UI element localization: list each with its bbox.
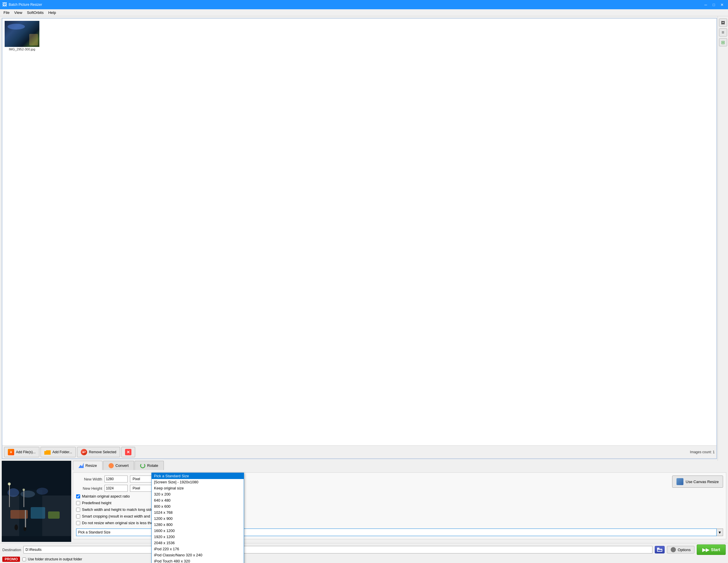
remove-selected-button[interactable]: ↩ Remove Selected [77,447,120,457]
start-label: Start [711,547,720,552]
no-upscale-checkbox[interactable] [76,521,80,525]
height-input[interactable] [104,485,128,492]
close-button[interactable]: ✕ [718,1,726,8]
dropdown-item[interactable]: [Screen Size] - 1920x1080 [152,479,244,485]
grid-view-button[interactable]: ⊞ [719,38,727,46]
content-area: IMG_2952-300.jpg + Add File(s)... Add Fo… [0,16,728,461]
resize-tab-label: Resize [85,463,97,468]
canvas-resize-label: Use Canvas Resize [686,480,719,484]
svg-rect-6 [10,510,28,519]
images-count: Images count: 1 [690,450,715,454]
svg-rect-16 [657,548,659,549]
menu-file[interactable]: File [1,10,12,15]
destination-label: Destination [2,548,21,552]
svg-rect-8 [48,511,60,519]
folder-structure-label[interactable]: Use folder structure in output folder [28,557,82,561]
width-input[interactable] [104,476,128,483]
svg-point-14 [23,527,26,531]
dropdown-item[interactable]: 800 x 600 [152,503,244,509]
dropdown-item[interactable]: 2048 x 1536 [152,540,244,546]
menu-bar: File View SoftOrbits Help [0,9,728,16]
gear-icon [671,547,676,552]
dropdown-item[interactable]: Keep original size [152,485,244,491]
promo-badge: PROMO [2,557,20,562]
standard-size-dropdown[interactable]: Pick a Standard Size[Screen Size] - 1920… [151,473,244,563]
smart-crop-checkbox[interactable] [76,514,80,518]
form-area: New Width Pixel Percent Inch cm New Heig… [73,472,726,539]
add-files-icon: + [8,449,14,455]
svg-rect-9 [9,484,10,507]
canvas-resize-icon [676,478,683,485]
dropdown-item[interactable]: 320 x 200 [152,491,244,497]
add-files-button[interactable]: + Add File(s)... [4,447,39,457]
options-button[interactable]: Options [667,546,694,553]
destination-bar: Destination Options ▶▶ Start [0,543,728,556]
predefined-height-label[interactable]: Predefined height [82,501,111,505]
browse-icon [657,548,662,552]
start-arrow-icon: ▶▶ [702,547,709,553]
remove-selected-icon: ↩ [81,449,87,455]
convert-tab-label: Convert [115,463,129,468]
dropdown-item[interactable]: Pick a Standard Size [152,473,244,479]
app-title: Batch Picture Resizer [9,3,700,7]
dropdown-item[interactable]: iPod Classic/Nano 320 x 240 [152,552,244,558]
dropdown-item[interactable]: 1920 x 1200 [152,534,244,540]
pick-size-dropdown-arrow[interactable]: ▼ [717,529,723,536]
dropdown-item[interactable]: 640 x 480 [152,497,244,503]
svg-point-13 [14,525,18,530]
file-name: IMG_2952-300.jpg [9,47,35,51]
dropdown-item[interactable]: iPod 220 x 176 [152,546,244,552]
destination-browse-button[interactable] [655,546,665,553]
svg-rect-7 [31,507,45,519]
file-item[interactable]: IMG_2952-300.jpg [5,21,39,51]
svg-point-12 [23,489,25,491]
destination-input[interactable] [23,546,652,553]
file-thumbnail [5,21,39,47]
window-controls: ─ □ ✕ [702,1,726,8]
add-files-label: Add File(s)... [16,450,36,454]
thumbnail-view-button[interactable]: 🖼 [719,19,727,27]
canvas-resize-button[interactable]: Use Canvas Resize [672,476,723,488]
title-bar: 🖼 Batch Picture Resizer ─ □ ✕ [0,0,728,9]
gear-svg [671,547,676,552]
remove-selected-label: Remove Selected [89,450,116,454]
clear-button[interactable]: ✕ [121,447,135,457]
convert-tab-icon [109,463,114,468]
svg-point-18 [672,549,674,551]
tab-resize[interactable]: Resize [73,461,102,470]
tab-rotate[interactable]: Rotate [135,461,164,470]
switch-sides-checkbox[interactable] [76,508,80,512]
dropdown-item[interactable]: iPod Touch 480 x 320 [152,558,244,563]
maximize-button[interactable]: □ [710,1,718,8]
svg-point-4 [21,491,35,498]
maintain-aspect-checkbox[interactable] [76,494,80,498]
folder-structure-row: Use folder structure in output folder [22,557,82,561]
dropdown-item[interactable]: 1200 x 900 [152,516,244,522]
list-view-icon: ≡ [722,30,724,35]
options-label: Options [678,548,691,552]
dropdown-item[interactable]: 1280 x 800 [152,522,244,528]
dropdown-item[interactable]: 1600 x 1200 [152,528,244,534]
menu-softorbits[interactable]: SoftOrbits [25,10,46,15]
height-label: New Height [76,486,102,491]
folder-structure-checkbox[interactable] [22,558,26,561]
svg-point-10 [8,483,11,485]
dropdown-item[interactable]: 1024 x 768 [152,509,244,516]
minimize-button[interactable]: ─ [702,1,709,8]
menu-view[interactable]: View [12,10,25,15]
menu-help[interactable]: Help [46,10,58,15]
file-toolbar: + Add File(s)... Add Folder... ↩ Remove … [2,445,716,459]
start-button[interactable]: ▶▶ Start [697,544,726,555]
tab-convert[interactable]: Convert [103,461,134,470]
predefined-height-checkbox[interactable] [76,501,80,505]
list-view-button[interactable]: ≡ [719,28,727,36]
add-folder-button[interactable]: Add Folder... [41,447,76,457]
resize-tab-icon [78,463,84,468]
switch-sides-label[interactable]: Switch width and height to match long si… [82,507,155,512]
svg-rect-17 [658,550,662,551]
file-list-area[interactable]: IMG_2952-300.jpg [2,19,716,445]
smart-crop-label[interactable]: Smart cropping (result in exact width an… [82,514,163,518]
grid-view-icon: ⊞ [721,40,725,45]
bottom-panel: Resize Convert Rotate New Width [2,461,726,542]
maintain-aspect-label[interactable]: Maintain original aspect ratio [82,494,130,498]
